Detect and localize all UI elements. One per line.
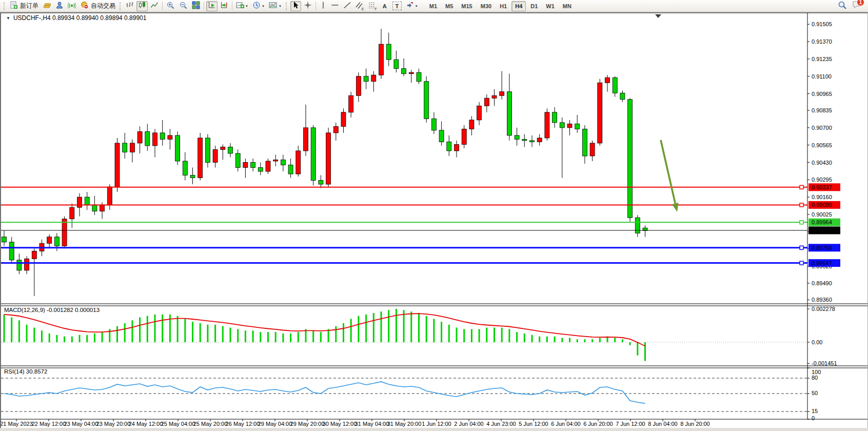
text-label-button[interactable]: T [391,1,403,11]
toolbar-separator [162,2,163,10]
line-handle[interactable] [800,185,803,189]
channel-glyph: E [362,7,364,11]
macd-histogram-bar [350,319,352,342]
macd-histogram-bar [282,334,284,342]
text-icon: A [383,3,387,9]
macd-histogram-bar [546,337,548,342]
candle-down [85,197,89,205]
indicators-button[interactable]: ▼ [234,1,250,11]
signal-icon [68,1,76,11]
macd-histogram-bar [441,322,442,342]
periods-dropdown-button[interactable]: ▼ [251,1,266,11]
macd-histogram-bar [501,328,503,343]
zoom-out-button[interactable] [177,1,189,11]
macd-histogram-bar [94,334,95,342]
candle-down [560,123,564,128]
horizontal-line-button[interactable] [329,1,341,11]
candle-up [32,251,36,259]
candle-up [243,163,248,168]
period-button-m15[interactable]: M15 [458,1,476,11]
autotrading-label: 自动交易 [91,2,115,10]
line-chart-button[interactable] [149,1,160,11]
candle-up [356,76,361,96]
candlestick-button[interactable] [136,1,148,11]
candle-down [613,77,617,93]
candle-up [341,112,346,127]
signals-button[interactable] [66,1,77,11]
chart-window[interactable]: 0.915050.913700.912350.911000.909650.908… [0,12,868,428]
candle-up [349,95,353,112]
gold-bars-icon [43,1,51,11]
chart-shift-button[interactable] [219,1,230,11]
line-handle[interactable] [800,221,803,224]
candle-up [567,124,572,128]
period-button-m1[interactable]: M1 [426,1,441,11]
cursor-button[interactable] [290,1,301,11]
candle-down [431,119,436,130]
candle-down [145,131,150,146]
profiles-button[interactable] [54,1,65,11]
fibonacci-button[interactable]: F [367,1,379,11]
new-order-button[interactable]: 新订单 [8,1,40,11]
line-handle[interactable] [800,203,803,207]
candle-up [153,133,157,146]
macd-histogram-bar [494,328,495,343]
candle-up [477,106,482,120]
vertical-line-button[interactable] [318,1,328,11]
period-button-w1[interactable]: W1 [542,1,558,11]
chart-shift-marker[interactable] [655,14,661,18]
macd-histogram-bar [539,337,540,342]
period-button-mn[interactable]: MN [559,1,575,11]
macd-histogram-bar [26,325,28,342]
zoom-in-button[interactable] [165,1,176,11]
chart-canvas[interactable]: 0.915050.913700.912350.911000.909650.908… [1,13,867,428]
tile-windows-button[interactable] [190,1,202,11]
search-icon[interactable] [838,1,847,12]
candle-down [123,143,127,152]
arrows-button[interactable]: ▼ [404,1,420,11]
trend-arrow-head[interactable] [672,203,679,212]
macd-indicator-label: MACD(12,26,9) -0.001282 0.000013 [4,307,100,313]
macd-histogram-bar [4,315,5,342]
period-button-m30[interactable]: M30 [477,1,495,11]
arrows-icon [406,1,414,11]
chart-menu-arrow[interactable]: ▼ [6,16,10,21]
candle-down [319,181,323,185]
macd-histogram-bar [644,342,646,361]
candle-up [500,92,504,96]
time-label: 22 May 12:00 [32,421,66,427]
rsi-tick-label: 50 [812,390,818,396]
time-label: 1 Jun 12:00 [422,421,451,427]
candle-down [515,135,519,140]
equidistant-channel-button[interactable]: E [354,1,366,11]
trend-arrow[interactable] [661,140,675,203]
line-handle[interactable] [800,261,803,265]
candle-up [605,77,610,83]
macd-histogram-bar [403,310,405,342]
autoscroll-button[interactable] [206,1,218,11]
template-icon [269,1,278,11]
bar-chart-button[interactable] [124,1,135,11]
candle-up [100,205,105,211]
macd-histogram-bar [290,334,291,342]
candle-up [273,160,278,162]
candle-up [107,187,112,205]
templates-button[interactable]: ▼ [267,1,283,11]
trendline-button[interactable] [342,1,353,11]
candle-down [507,92,511,135]
period-button-h4[interactable]: H4 [511,1,526,11]
crosshair-button[interactable] [302,1,313,11]
period-button-d1[interactable]: D1 [527,1,541,11]
period-button-h1[interactable]: H1 [496,1,510,11]
macd-tick-label: -0.001451 [812,360,837,366]
text-button[interactable]: A [380,1,390,11]
period-button-m5[interactable]: M5 [442,1,457,11]
line-handle[interactable] [800,246,803,249]
macd-histogram-bar [200,323,201,342]
chevron-down-icon: ▼ [245,5,248,8]
time-label: 2 Jun 04:00 [454,421,484,427]
notifications-button[interactable]: 1 [852,1,861,11]
new-chart-button[interactable] [41,1,53,11]
candle-down [281,160,285,165]
autotrading-button[interactable]: 自动交易 [78,1,117,11]
